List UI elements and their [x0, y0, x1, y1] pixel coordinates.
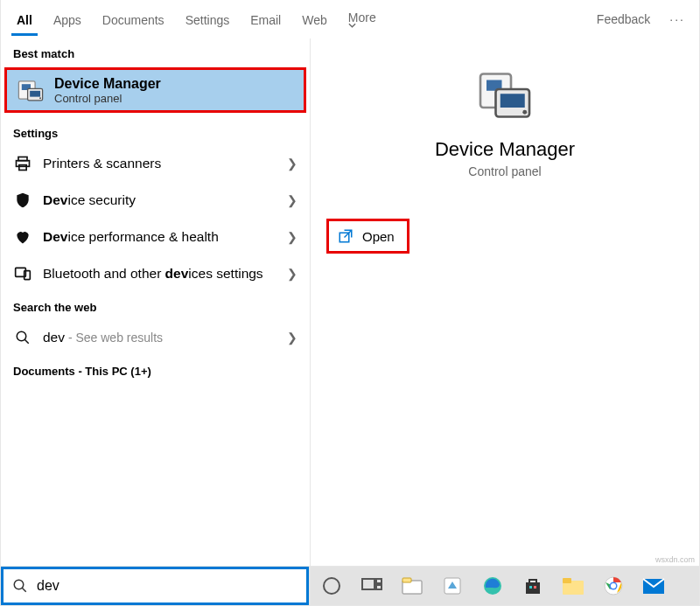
tab-more[interactable]: More [338, 1, 390, 38]
tab-documents[interactable]: Documents [92, 3, 175, 36]
explorer-folder-icon[interactable] [561, 574, 585, 598]
documents-header[interactable]: Documents - This PC (1+) [1, 356, 310, 387]
watermark: wsxdn.com [655, 555, 695, 564]
web-search-hint: - See web results [65, 331, 163, 345]
results-left-column: Best match Device Manager Control panel [1, 38, 311, 566]
preview-subtitle: Control panel [468, 164, 541, 178]
tabs-bar: All Apps Documents Settings Email Web Mo… [1, 0, 699, 38]
tab-all[interactable]: All [6, 3, 43, 36]
search-box[interactable] [1, 567, 309, 605]
setting-device-performance[interactable]: Device performance & health ❯ [1, 219, 310, 255]
best-match-title: Device Manager [54, 76, 161, 92]
svg-rect-25 [402, 578, 411, 582]
search-icon [13, 328, 32, 347]
tab-web[interactable]: Web [291, 3, 338, 36]
task-view-icon[interactable] [360, 574, 384, 598]
file-explorer-icon[interactable] [400, 574, 424, 598]
list-item-label: Bluetooth and other devices settings [43, 266, 263, 282]
content-area: Best match Device Manager Control panel [1, 38, 699, 566]
store-icon[interactable] [521, 574, 545, 598]
list-item-label: Device security [43, 192, 136, 208]
shield-icon [13, 191, 32, 210]
chevron-right-icon: ❯ [287, 267, 298, 281]
devices-icon [13, 264, 32, 283]
svg-rect-23 [376, 585, 382, 589]
svg-rect-28 [526, 582, 540, 594]
svg-point-18 [14, 580, 24, 589]
edge-icon[interactable] [480, 574, 505, 598]
tab-email[interactable]: Email [240, 3, 291, 36]
search-icon [12, 578, 28, 594]
list-item-label: Printers & scanners [43, 156, 161, 171]
search-panel: All Apps Documents Settings Email Web Mo… [1, 0, 699, 566]
svg-rect-30 [534, 586, 536, 589]
printer-icon [13, 154, 32, 173]
svg-rect-29 [529, 586, 532, 589]
preview-title: Device Manager [435, 138, 575, 161]
open-button[interactable]: Open [326, 219, 410, 254]
svg-point-36 [611, 583, 616, 589]
chevron-right-icon: ❯ [287, 157, 298, 171]
search-web-header: Search the web [1, 292, 310, 319]
setting-device-security[interactable]: Device security ❯ [1, 182, 310, 219]
best-match-text: Device Manager Control panel [54, 76, 161, 105]
svg-rect-3 [30, 91, 40, 97]
setting-printers-scanners[interactable]: Printers & scanners ❯ [1, 145, 310, 182]
svg-rect-15 [500, 94, 525, 108]
list-item-label: Device performance & health [43, 229, 219, 245]
device-manager-large-icon [474, 65, 536, 126]
chevron-right-icon: ❯ [287, 193, 298, 207]
chevron-down-icon [348, 23, 380, 28]
heart-icon [13, 227, 32, 247]
svg-rect-22 [376, 579, 382, 583]
list-item-label: dev - See web results [43, 330, 163, 345]
best-match-device-manager[interactable]: Device Manager Control panel [4, 67, 306, 113]
chevron-right-icon: ❯ [287, 331, 298, 345]
device-manager-icon [16, 75, 46, 105]
cortana-icon[interactable] [319, 574, 344, 598]
taskbar [311, 567, 699, 605]
svg-point-4 [39, 97, 41, 99]
svg-line-11 [24, 339, 29, 344]
feedback-link[interactable]: Feedback [586, 3, 661, 36]
setting-bluetooth-devices[interactable]: Bluetooth and other devices settings ❯ [1, 255, 310, 292]
svg-rect-32 [563, 578, 571, 583]
svg-point-16 [522, 110, 527, 115]
svg-point-20 [324, 578, 340, 594]
search-input[interactable] [37, 578, 298, 594]
preview-pane: Device Manager Control panel Open [311, 38, 699, 566]
web-search-term: dev [43, 330, 65, 345]
web-search-dev[interactable]: dev - See web results ❯ [1, 319, 310, 356]
svg-point-10 [17, 331, 26, 341]
open-icon [338, 228, 354, 244]
settings-header: Settings [1, 118, 310, 145]
chevron-right-icon: ❯ [287, 230, 298, 244]
chrome-icon[interactable] [601, 574, 626, 598]
app-icon-1[interactable] [440, 574, 465, 598]
open-label: Open [362, 229, 395, 244]
svg-rect-21 [362, 579, 374, 589]
tab-settings[interactable]: Settings [175, 3, 241, 36]
mail-icon[interactable] [641, 574, 666, 598]
svg-line-19 [22, 588, 26, 592]
best-match-header: Best match [1, 38, 310, 66]
best-match-subtitle: Control panel [54, 92, 161, 105]
tab-apps[interactable]: Apps [43, 3, 92, 36]
more-options-icon[interactable]: ··· [661, 3, 694, 36]
